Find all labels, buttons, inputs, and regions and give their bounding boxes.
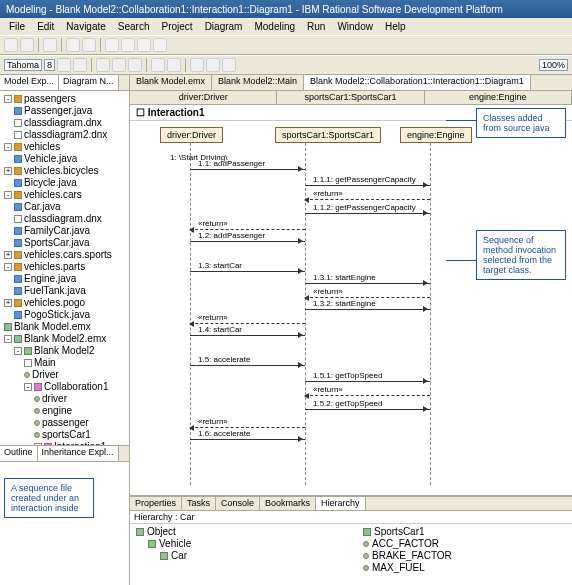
tree-item[interactable]: +vehicles.pogo	[2, 297, 127, 309]
tree-item[interactable]: passenger	[2, 417, 127, 429]
explorer-tab[interactable]: Diagram N...	[59, 75, 119, 90]
run-button[interactable]	[82, 38, 96, 52]
expand-icon[interactable]: +	[4, 299, 12, 307]
font-name-combo[interactable]: Tahoma	[4, 59, 42, 71]
menu-window[interactable]: Window	[332, 20, 378, 33]
tree-item[interactable]: driver	[2, 393, 127, 405]
tree-item[interactable]: -passengers	[2, 93, 127, 105]
return-message[interactable]	[190, 229, 305, 230]
tree-item[interactable]: FuelTank.java	[2, 285, 127, 297]
bottom-tab-hierarchy[interactable]: Hierarchy	[316, 497, 366, 510]
menu-project[interactable]: Project	[157, 20, 198, 33]
tree-item[interactable]: -vehicles	[2, 141, 127, 153]
lifeline-box[interactable]: engine:Engine	[400, 127, 472, 143]
call-message[interactable]	[190, 271, 305, 272]
new-button[interactable]	[4, 38, 18, 52]
lifeline-box[interactable]: sportsCar1:SportsCar1	[275, 127, 381, 143]
hierarchy-item[interactable]: Object	[132, 526, 351, 538]
hierarchy-member[interactable]: ACC_FACTOR	[351, 538, 570, 550]
return-message[interactable]	[305, 297, 430, 298]
return-message[interactable]	[305, 199, 430, 200]
save-button[interactable]	[20, 38, 34, 52]
hierarchy-member[interactable]: BRAKE_FACTOR	[351, 550, 570, 562]
tree-item[interactable]: FamilyCar.java	[2, 225, 127, 237]
tree-item[interactable]: SportsCar.java	[2, 237, 127, 249]
expand-icon[interactable]: +	[4, 167, 12, 175]
call-message[interactable]	[190, 169, 305, 170]
tree-item[interactable]: -vehicles.parts	[2, 261, 127, 273]
tree-item[interactable]: +vehicles.cars.sports	[2, 249, 127, 261]
call-message[interactable]	[305, 381, 430, 382]
font-size-combo[interactable]: 8	[44, 59, 55, 71]
tool-icon[interactable]	[222, 58, 236, 72]
tool-icon[interactable]	[105, 38, 119, 52]
bottom-tab-bookmarks[interactable]: Bookmarks	[260, 497, 316, 510]
menu-diagram[interactable]: Diagram	[200, 20, 248, 33]
hierarchy-item[interactable]: Vehicle	[132, 538, 351, 550]
menu-navigate[interactable]: Navigate	[61, 20, 110, 33]
zoom-combo[interactable]: 100%	[539, 59, 568, 71]
tree-item[interactable]: +vehicles.bicycles	[2, 165, 127, 177]
tree-item[interactable]: Vehicle.java	[2, 153, 127, 165]
align-icon[interactable]	[190, 58, 204, 72]
editor-tab[interactable]: Blank Model2::Main	[212, 75, 304, 90]
expand-icon[interactable]: +	[4, 251, 12, 259]
tool-icon[interactable]	[121, 38, 135, 52]
fill-color-button[interactable]	[112, 58, 126, 72]
tree-item[interactable]: -Blank Model2	[2, 345, 127, 357]
italic-button[interactable]	[73, 58, 87, 72]
tree-item[interactable]: -Blank Model2.emx	[2, 333, 127, 345]
call-message[interactable]	[190, 439, 305, 440]
menu-search[interactable]: Search	[113, 20, 155, 33]
return-message[interactable]	[190, 427, 305, 428]
tree-item[interactable]: Blank Model.emx	[2, 321, 127, 333]
call-message[interactable]	[305, 409, 430, 410]
menu-run[interactable]: Run	[302, 20, 330, 33]
tree-item[interactable]: PogoStick.java	[2, 309, 127, 321]
outline-tab[interactable]: Inheritance Expl...	[38, 446, 119, 461]
call-message[interactable]	[305, 309, 430, 310]
bottom-tab-console[interactable]: Console	[216, 497, 260, 510]
hierarchy-member[interactable]: SportsCar1	[351, 526, 570, 538]
zoom-icon[interactable]	[167, 58, 181, 72]
explorer-tab[interactable]: Model Exp...	[0, 75, 59, 90]
tree-item[interactable]: Engine.java	[2, 273, 127, 285]
expand-icon[interactable]: -	[4, 191, 12, 199]
line-color-button[interactable]	[128, 58, 142, 72]
font-color-button[interactable]	[96, 58, 110, 72]
hierarchy-member[interactable]: MAX_FUEL	[351, 562, 570, 574]
tool-icon[interactable]	[137, 38, 151, 52]
tree-item[interactable]: -Collaboration1	[2, 381, 127, 393]
menu-help[interactable]: Help	[380, 20, 411, 33]
tool-icon[interactable]	[206, 58, 220, 72]
tree-item[interactable]: Car.java	[2, 201, 127, 213]
editor-tab[interactable]: Blank Model2::Collaboration1::Interactio…	[304, 75, 531, 90]
bottom-tab-tasks[interactable]: Tasks	[182, 497, 216, 510]
tree-item[interactable]: classdiagram2.dnx	[2, 129, 127, 141]
expand-icon[interactable]: -	[14, 347, 22, 355]
model-explorer-tree[interactable]: -passengersPassenger.javaclassdiagram.dn…	[0, 91, 129, 445]
call-message[interactable]	[305, 185, 430, 186]
print-button[interactable]	[43, 38, 57, 52]
tree-item[interactable]: sportsCar1	[2, 429, 127, 441]
tree-item[interactable]: classdiagram.dnx	[2, 117, 127, 129]
call-message[interactable]	[305, 213, 430, 214]
call-message[interactable]	[305, 283, 430, 284]
tree-item[interactable]: Main	[2, 357, 127, 369]
lifeline-box[interactable]: driver:Driver	[160, 127, 223, 143]
tree-item[interactable]: -vehicles.cars	[2, 189, 127, 201]
return-message[interactable]	[190, 323, 305, 324]
tool-icon[interactable]	[153, 38, 167, 52]
expand-icon[interactable]: -	[4, 95, 12, 103]
tree-item[interactable]: engine	[2, 405, 127, 417]
expand-icon[interactable]: -	[24, 383, 32, 391]
call-message[interactable]	[190, 365, 305, 366]
debug-button[interactable]	[66, 38, 80, 52]
expand-icon[interactable]: -	[4, 143, 12, 151]
sequence-diagram-canvas[interactable]: driver:DriversportsCar1:SportsCar1engine…	[130, 121, 572, 495]
tree-item[interactable]: Passenger.java	[2, 105, 127, 117]
return-message[interactable]	[305, 395, 430, 396]
hierarchy-view[interactable]: ObjectVehicleCar SportsCar1ACC_FACTORBRA…	[130, 524, 572, 585]
expand-icon[interactable]: -	[4, 263, 12, 271]
call-message[interactable]	[190, 335, 305, 336]
